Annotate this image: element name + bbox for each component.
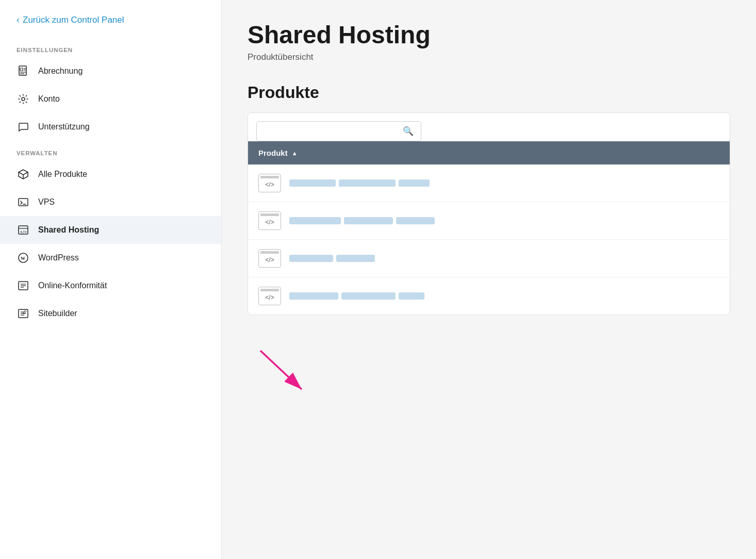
search-box[interactable]: 🔍: [256, 121, 421, 141]
svg-text:</>: </>: [20, 230, 27, 234]
sidebar-item-label: Abrechnung: [38, 67, 83, 76]
sidebar-item-unterstuetzung[interactable]: Unterstützung: [0, 113, 221, 141]
svg-rect-8: [19, 199, 28, 206]
sidebar-item-label: Online-Konformität: [38, 281, 107, 290]
main-body: Produkte 🔍 Produkt ▲ </>: [222, 78, 756, 559]
row-3-text: [289, 255, 375, 262]
page-title: Shared Hosting: [248, 21, 730, 49]
gear-icon: [17, 92, 30, 106]
back-to-control-panel[interactable]: ‹ Zurück zum Control Panel: [0, 0, 221, 38]
svg-point-6: [22, 97, 25, 101]
sidebar-item-online-konformitaet[interactable]: Online-Konformität: [0, 272, 221, 300]
back-label: Zurück zum Control Panel: [23, 15, 124, 25]
invoice-icon: [17, 64, 30, 78]
edit-list-icon: [17, 307, 30, 320]
sidebar-item-vps[interactable]: VPS: [0, 188, 221, 216]
sidebar-item-shared-hosting[interactable]: </> Shared Hosting: [0, 216, 221, 244]
table-row-highlighted[interactable]: </>: [248, 240, 730, 277]
row-4-text: [289, 292, 424, 300]
hosting-icon-4: </>: [258, 287, 281, 305]
row-2-text: [289, 217, 435, 224]
sidebar-item-label: Konto: [38, 94, 60, 104]
code-window-icon: </>: [17, 223, 30, 237]
sidebar-item-label: Alle Produkte: [38, 170, 87, 179]
sidebar-item-label: VPS: [38, 198, 55, 207]
sidebar-item-label: WordPress: [38, 253, 79, 262]
table-row[interactable]: </>: [248, 165, 730, 202]
table-row[interactable]: </>: [248, 202, 730, 240]
sidebar-item-alle-produkte[interactable]: Alle Produkte: [0, 160, 221, 188]
sidebar-item-wordpress[interactable]: W WordPress: [0, 244, 221, 272]
column-produkt-label: Produkt: [258, 149, 288, 157]
sidebar-item-label: Sitebuilder: [38, 309, 77, 318]
chat-icon: [17, 120, 30, 134]
products-heading: Produkte: [248, 83, 730, 102]
table-row[interactable]: </>: [248, 277, 730, 315]
sort-asc-icon: ▲: [292, 150, 298, 156]
box-icon: [17, 168, 30, 181]
svg-text:W: W: [21, 256, 25, 261]
search-container: 🔍: [248, 113, 730, 141]
list-check-icon: [17, 279, 30, 292]
table-header[interactable]: Produkt ▲: [248, 141, 730, 165]
row-1-text: [289, 179, 430, 187]
terminal-icon: [17, 195, 30, 209]
sidebar-item-sitebuilder[interactable]: Sitebuilder: [0, 300, 221, 327]
section-verwalten: VERWALTEN: [0, 141, 221, 160]
hosting-icon-2: </>: [258, 211, 281, 230]
chevron-left-icon: ‹: [17, 14, 20, 25]
sidebar-item-abrechnung[interactable]: Abrechnung: [0, 57, 221, 85]
sidebar-item-konto[interactable]: Konto: [0, 85, 221, 113]
svg-rect-1: [20, 68, 23, 71]
wordpress-icon: W: [17, 251, 30, 265]
page-subtitle: Produktübersicht: [248, 52, 730, 62]
hosting-icon-3: </>: [258, 249, 281, 268]
hosting-icon-1: </>: [258, 174, 281, 192]
page-header: Shared Hosting Produktübersicht: [222, 0, 756, 78]
sidebar-item-label: Shared Hosting: [38, 225, 99, 235]
sidebar-item-label: Unterstützung: [38, 122, 90, 131]
section-einstellungen: EINSTELLUNGEN: [0, 38, 221, 57]
products-card: 🔍 Produkt ▲ </>: [248, 112, 730, 315]
search-input[interactable]: [264, 127, 403, 136]
search-icon: 🔍: [403, 126, 414, 137]
main-content: Shared Hosting Produktübersicht Produkte…: [222, 0, 756, 559]
sidebar: ‹ Zurück zum Control Panel EINSTELLUNGEN…: [0, 0, 222, 559]
